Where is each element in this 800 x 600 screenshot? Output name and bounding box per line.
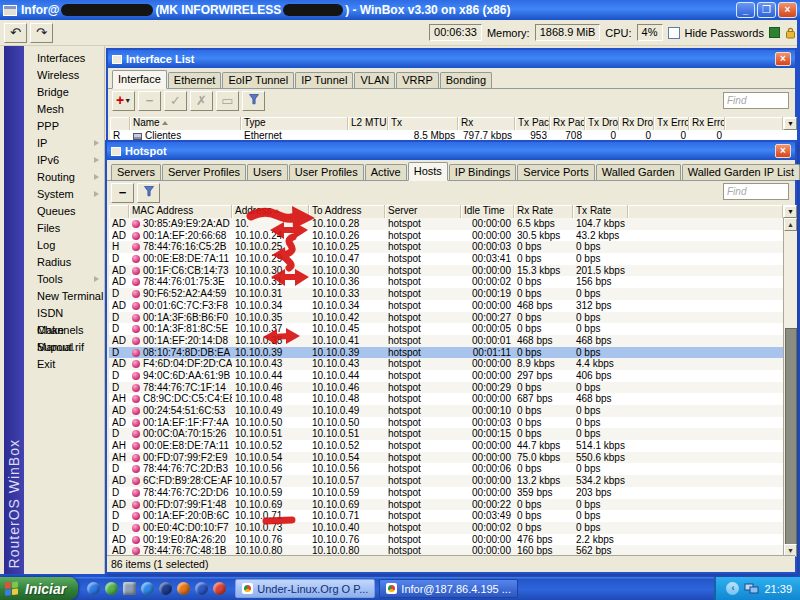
close-button[interactable]: × xyxy=(778,2,797,18)
ie-icon-2[interactable] xyxy=(141,582,154,595)
taskbar-task-infor-187-86-4-195[interactable]: Infor@187.86.4.195 ... xyxy=(379,579,518,598)
opera-icon[interactable] xyxy=(159,582,172,595)
host-row[interactable]: AD00:1A:EF:1F:F7:4A10.10.0.5010.10.0.50h… xyxy=(109,417,797,429)
host-row[interactable]: AHC8:9C:DC:C5:C4:E810.10.0.4810.10.0.48h… xyxy=(109,393,797,405)
host-row[interactable]: D90:F6:52:A2:A4:5910.10.0.3110.10.0.33ho… xyxy=(109,288,797,300)
chrome-icon[interactable] xyxy=(213,582,226,595)
sidebar-item-routing[interactable]: Routing xyxy=(24,169,104,186)
sidebar-item-isdn-channels[interactable]: ISDN Channels xyxy=(24,305,104,322)
sidebar-item-exit[interactable]: Exit xyxy=(24,356,104,373)
column-header-mac-address[interactable]: MAC Address xyxy=(129,205,232,218)
column-header-to-address[interactable]: To Address xyxy=(309,205,385,218)
scrollbar-thumb[interactable] xyxy=(785,328,797,548)
host-row[interactable]: AD00:01:6C:7C:F3:F810.10.0.3410.10.0.34h… xyxy=(109,300,797,312)
host-row[interactable]: D00:1A:3F:81:8C:5E10.10.0.3710.10.0.45ho… xyxy=(109,323,797,335)
column-header-tx-drops[interactable]: Tx Drops xyxy=(585,117,619,130)
sidebar-item-ppp[interactable]: PPP xyxy=(24,118,104,135)
column-header-rx-pac[interactable]: Rx Pac... xyxy=(550,117,585,130)
column-header-idle-time[interactable]: Idle Time xyxy=(461,205,514,218)
restore-button[interactable]: ❐ xyxy=(757,2,776,18)
tab-hs-ip-bindings[interactable]: IP Bindings xyxy=(449,164,516,180)
host-row[interactable]: D00:0C:0A:70:15:2610.10.0.5110.10.0.51ho… xyxy=(109,428,797,440)
host-row[interactable]: D78:44:76:7C:2D:B310.10.0.5610.10.0.56ho… xyxy=(109,463,797,475)
host-row[interactable]: AD00:1A:EF:20:14:D810.10.0.3810.10.0.41h… xyxy=(109,335,797,347)
tab-il-ip-tunnel[interactable]: IP Tunnel xyxy=(295,72,353,88)
minimize-button[interactable]: _ xyxy=(736,2,755,18)
host-row[interactable]: AH00:0E:E8:DE:7A:1110.10.0.5210.10.0.52h… xyxy=(109,440,797,452)
enable-button[interactable]: ✓ xyxy=(164,91,187,111)
column-header-flags[interactable] xyxy=(109,205,129,218)
sidebar-item-bridge[interactable]: Bridge xyxy=(24,84,104,101)
host-row[interactable]: D00:1A:EF:20:0B:6C10.10.0.7110.10.0.71ho… xyxy=(109,510,797,522)
tab-hs-service-ports[interactable]: Service Ports xyxy=(517,164,594,180)
column-header-rx-errors[interactable]: Rx Errors xyxy=(689,117,725,130)
interface-list-close-icon[interactable]: × xyxy=(775,52,791,66)
sidebar-item-ip[interactable]: IP xyxy=(24,135,104,152)
column-header-tx-pac[interactable]: Tx Pac... xyxy=(515,117,550,130)
interface-find-input[interactable] xyxy=(723,92,789,109)
host-row[interactable]: AD6C:FD:B9:28:CE:AF10.10.0.5710.10.0.57h… xyxy=(109,475,797,487)
host-row[interactable]: AD00:24:54:51:6C:5310.10.0.4910.10.0.49h… xyxy=(109,405,797,417)
sidebar-item-log[interactable]: Log xyxy=(24,237,104,254)
show-desktop-icon[interactable] xyxy=(123,582,136,595)
host-row[interactable]: D94:0C:6D:AA:61:9B10.10.0.4410.10.0.44ho… xyxy=(109,370,797,382)
tab-il-eoip-tunnel[interactable]: EoIP Tunnel xyxy=(222,72,294,88)
sidebar-item-files[interactable]: Files xyxy=(24,220,104,237)
network-tray-icon[interactable] xyxy=(744,583,759,595)
column-header-flags[interactable] xyxy=(110,117,130,130)
tab-il-interface[interactable]: Interface xyxy=(112,70,167,89)
start-button[interactable]: Iniciar xyxy=(0,577,78,600)
ie-icon[interactable] xyxy=(87,582,100,595)
host-row[interactable]: D78:44:76:7C:1F:1410.10.0.4610.10.0.46ho… xyxy=(109,382,797,394)
tab-il-ethernet[interactable]: Ethernet xyxy=(168,72,222,88)
sidebar-item-tools[interactable]: Tools xyxy=(24,271,104,288)
column-header-address[interactable]: Address xyxy=(232,205,309,218)
remove-host-button[interactable]: − xyxy=(111,183,134,203)
column-header-server[interactable]: Server xyxy=(385,205,461,218)
add-button[interactable]: +▼ xyxy=(112,91,135,111)
host-row[interactable]: H78:44:76:16:C5:2B10.10.0.2510.10.0.25ho… xyxy=(109,241,797,253)
tab-hs-servers[interactable]: Servers xyxy=(111,164,161,180)
sidebar-item-ipv6[interactable]: IPv6 xyxy=(24,152,104,169)
column-chooser-icon[interactable]: ▼ xyxy=(783,205,797,218)
host-row[interactable]: AD00:1A:EF:20:66:6810.10.0.2410.10.0.26h… xyxy=(109,230,797,242)
sidebar-item-interfaces[interactable]: Interfaces xyxy=(24,50,104,67)
host-row[interactable]: AH00:FD:07:99:F2:E910.10.0.5410.10.0.54h… xyxy=(109,452,797,464)
sidebar-item-manual[interactable]: Manual xyxy=(24,339,104,356)
host-row[interactable]: AD00:FD:07:99:F1:4810.10.0.6910.10.0.69h… xyxy=(109,499,797,511)
column-header-tx-rate[interactable]: Tx Rate xyxy=(573,205,628,218)
hotspot-titlebar[interactable]: Hotspot × xyxy=(107,142,795,160)
sidebar-item-queues[interactable]: Queues xyxy=(24,203,104,220)
column-header-tx-errors[interactable]: Tx Errors xyxy=(654,117,689,130)
column-header-rx[interactable]: Rx xyxy=(458,117,515,130)
tab-il-vrrp[interactable]: VRRP xyxy=(396,72,439,88)
interface-list-titlebar[interactable]: Interface List × xyxy=(108,50,795,68)
sidebar-item-system[interactable]: System xyxy=(24,186,104,203)
tab-hs-server-profiles[interactable]: Server Profiles xyxy=(162,164,246,180)
hotspot-find-input[interactable] xyxy=(723,183,789,200)
hotspot-close-icon[interactable]: × xyxy=(775,144,791,158)
tab-hs-walled-garden[interactable]: Walled Garden xyxy=(596,164,681,180)
tab-hs-active[interactable]: Active xyxy=(365,164,407,180)
undo-icon[interactable]: ↶ xyxy=(4,23,27,43)
tab-hs-hosts[interactable]: Hosts xyxy=(408,162,448,181)
hosts-scrollbar[interactable]: ▲ ▼ xyxy=(783,218,797,557)
msn-icon[interactable] xyxy=(105,582,118,595)
firefox-icon[interactable] xyxy=(177,582,190,595)
hotspot-filter-button[interactable] xyxy=(137,183,160,203)
comment-button[interactable]: ▭ xyxy=(216,91,239,111)
column-header-rx-rate[interactable]: Rx Rate xyxy=(514,205,573,218)
column-header-name[interactable]: Name xyxy=(130,117,241,130)
redo-icon[interactable]: ↷ xyxy=(30,23,53,43)
sidebar-item-mesh[interactable]: Mesh xyxy=(24,101,104,118)
host-row[interactable]: AD00:19:E0:8A:26:2010.10.0.7610.10.0.76h… xyxy=(109,534,797,546)
remove-button[interactable]: − xyxy=(138,91,161,111)
sidebar-item-new-terminal[interactable]: New Terminal xyxy=(24,288,104,305)
filter-button[interactable] xyxy=(242,91,265,111)
hide-passwords-checkbox[interactable] xyxy=(668,27,680,39)
host-row[interactable]: D78:44:76:7C:2D:D610.10.0.5910.10.0.59ho… xyxy=(109,487,797,499)
tab-hs-users[interactable]: Users xyxy=(247,164,288,180)
tab-hs-user-profiles[interactable]: User Profiles xyxy=(289,164,364,180)
taskbar-task-under-linux-org-o-p[interactable]: Under-Linux.Org O P... xyxy=(235,579,375,598)
host-row[interactable]: D00:1A:3F:6B:B6:F010.10.0.3510.10.0.42ho… xyxy=(109,312,797,324)
